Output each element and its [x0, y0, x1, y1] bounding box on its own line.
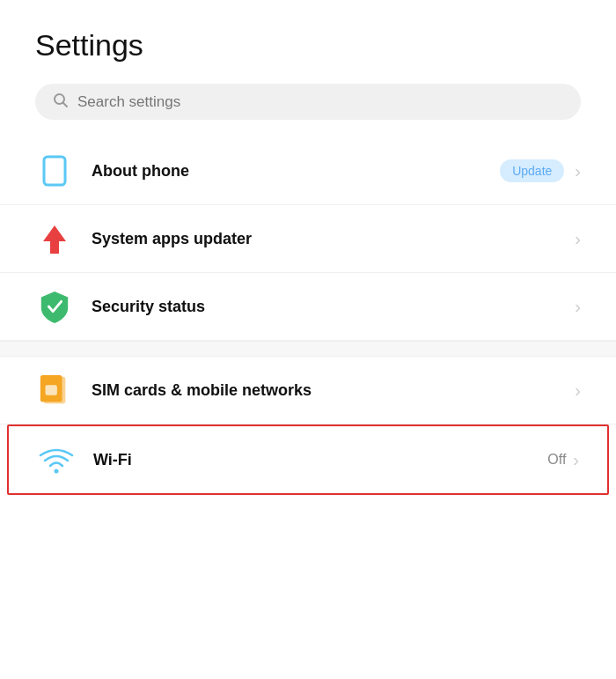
about-phone-badge[interactable]: Update: [500, 159, 564, 182]
security-status-label: Security status: [92, 298, 571, 316]
settings-item-system-apps[interactable]: System apps updater ›: [0, 205, 616, 273]
system-apps-chevron: ›: [575, 229, 581, 249]
settings-item-security[interactable]: Security status ›: [0, 273, 616, 341]
search-bar-container: [0, 77, 616, 137]
search-input[interactable]: [77, 93, 563, 111]
svg-rect-6: [46, 385, 57, 395]
page-header: Settings: [0, 0, 616, 77]
svg-point-7: [55, 469, 59, 474]
settings-page: Settings About phone Update ›: [0, 0, 616, 679]
search-bar[interactable]: [35, 84, 581, 120]
about-phone-label: About phone: [92, 162, 500, 181]
about-phone-chevron: ›: [575, 161, 581, 181]
sim-cards-label: SIM cards & mobile networks: [92, 381, 571, 400]
page-title: Settings: [35, 28, 581, 63]
settings-item-sim-cards[interactable]: SIM cards & mobile networks ›: [0, 357, 616, 424]
search-icon: [53, 92, 69, 111]
section-divider: [0, 341, 616, 357]
settings-item-wifi[interactable]: Wi-Fi Off ›: [7, 424, 609, 495]
phone-icon: [35, 151, 74, 190]
svg-marker-3: [43, 225, 66, 254]
wifi-label: Wi-Fi: [93, 451, 547, 469]
sim-cards-chevron: ›: [575, 380, 581, 401]
svg-rect-2: [44, 157, 65, 185]
shield-check-icon: [35, 287, 74, 326]
wifi-chevron: ›: [573, 450, 579, 470]
arrow-up-icon: [35, 219, 74, 258]
wifi-icon: [37, 440, 76, 479]
settings-item-about-phone[interactable]: About phone Update ›: [0, 137, 616, 205]
sim-icon: [35, 371, 74, 410]
settings-list: About phone Update › System apps updater…: [0, 137, 616, 495]
system-apps-label: System apps updater: [92, 230, 571, 248]
wifi-status: Off: [547, 452, 566, 468]
svg-line-1: [63, 103, 68, 107]
security-chevron: ›: [575, 297, 581, 317]
